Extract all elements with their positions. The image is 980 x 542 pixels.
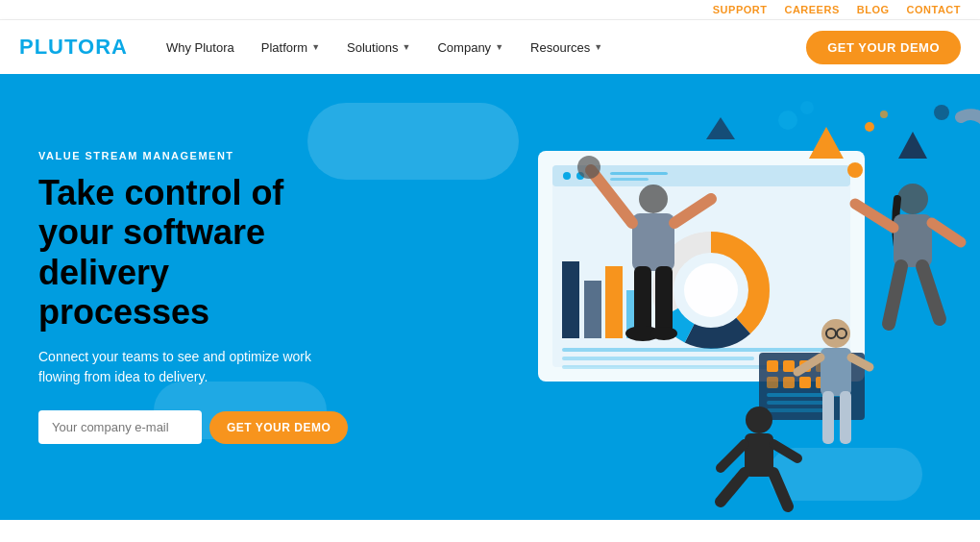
svg-line-48	[721, 473, 745, 502]
chevron-down-icon: ▼	[594, 42, 602, 52]
svg-point-67	[778, 111, 797, 130]
svg-point-70	[865, 122, 874, 132]
contact-link[interactable]: CONTACT	[907, 4, 961, 15]
support-link[interactable]: SUPPORT	[713, 4, 768, 15]
svg-point-69	[934, 105, 949, 120]
svg-line-47	[773, 444, 797, 458]
chevron-down-icon: ▼	[311, 42, 320, 52]
hero-form: GET YOUR DEMO	[38, 410, 346, 444]
careers-link[interactable]: CAREERS	[784, 4, 839, 15]
svg-point-73	[847, 162, 863, 178]
email-input[interactable]	[38, 410, 202, 444]
svg-rect-18	[562, 348, 841, 352]
svg-rect-26	[783, 377, 795, 388]
svg-rect-12	[562, 261, 579, 338]
svg-rect-64	[840, 391, 851, 444]
blog-link[interactable]: BLOG	[857, 4, 890, 15]
svg-line-49	[773, 473, 788, 506]
nav-item-why-plutora[interactable]: Why Plutora	[155, 33, 246, 62]
svg-point-71	[880, 111, 888, 118]
hero-label: VALUE STREAM MANAGEMENT	[38, 150, 346, 161]
navbar: PLUTORA Why Plutora Platform ▼ Solutions…	[0, 20, 980, 74]
svg-point-50	[897, 184, 928, 214]
nav-links: Why Plutora Platform ▼ Solutions ▼ Compa…	[155, 33, 806, 62]
svg-point-44	[746, 406, 772, 433]
hero-content: VALUE STREAM MANAGEMENT Take control of …	[0, 111, 346, 483]
svg-line-54	[889, 266, 901, 324]
chevron-down-icon: ▼	[403, 42, 411, 52]
svg-line-53	[932, 223, 961, 242]
hero-get-demo-button[interactable]: GET YOUR DEMO	[209, 411, 348, 444]
logo[interactable]: PLUTORA	[19, 35, 128, 60]
svg-point-3	[563, 172, 571, 180]
hero-illustration	[346, 74, 980, 520]
svg-marker-65	[809, 127, 844, 159]
svg-rect-51	[894, 214, 932, 267]
svg-marker-66	[898, 132, 927, 159]
svg-rect-36	[632, 213, 674, 271]
chevron-down-icon: ▼	[495, 42, 503, 52]
svg-rect-40	[655, 266, 673, 333]
svg-line-55	[922, 266, 940, 319]
nav-item-solutions[interactable]: Solutions ▼	[335, 33, 422, 62]
svg-rect-10	[605, 266, 623, 338]
hero-title: Take control of your software delivery p…	[38, 173, 346, 333]
top-bar: SUPPORT CAREERS BLOG CONTACT	[0, 0, 980, 20]
svg-point-17	[684, 263, 738, 317]
svg-marker-72	[706, 117, 735, 139]
svg-rect-63	[822, 391, 834, 444]
svg-rect-7	[610, 178, 649, 181]
svg-rect-33	[767, 401, 824, 405]
svg-rect-20	[562, 365, 793, 369]
svg-point-68	[800, 101, 814, 114]
nav-item-platform[interactable]: Platform ▼	[250, 33, 331, 62]
nav-get-demo-button[interactable]: GET YOUR DEMO	[806, 31, 961, 64]
svg-point-42	[650, 327, 677, 340]
hero-section: VALUE STREAM MANAGEMENT Take control of …	[0, 74, 980, 520]
svg-rect-60	[821, 348, 851, 396]
svg-point-35	[639, 185, 668, 213]
svg-rect-9	[584, 281, 601, 338]
svg-rect-19	[562, 357, 754, 360]
svg-rect-27	[799, 377, 811, 388]
svg-rect-23	[783, 360, 795, 372]
svg-rect-22	[767, 360, 778, 372]
svg-rect-25	[767, 377, 778, 388]
nav-item-company[interactable]: Company ▼	[426, 33, 515, 62]
hero-subtitle: Connect your teams to see and optimize w…	[38, 347, 346, 387]
nav-item-resources[interactable]: Resources ▼	[519, 33, 614, 62]
svg-line-46	[721, 444, 745, 468]
svg-rect-39	[634, 266, 651, 333]
svg-point-43	[577, 156, 600, 179]
svg-rect-6	[610, 172, 668, 175]
